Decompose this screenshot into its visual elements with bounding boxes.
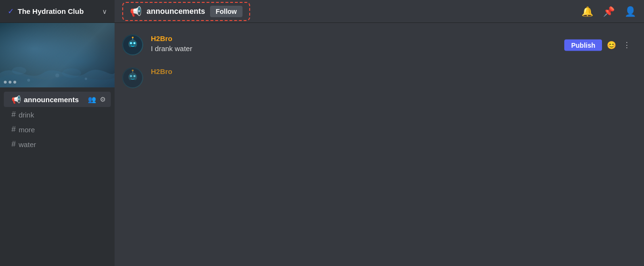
message-text-1: I drank water [151,43,636,53]
emoji-reaction-icon[interactable]: 😊 [605,39,618,52]
message-content-2: H2Bro [151,67,636,76]
text-channel-icon-water: # [11,140,16,149]
channel-item-drink[interactable]: # drink [4,107,111,122]
message-group-2: H2Bro [122,64,636,92]
svg-point-4 [62,68,81,78]
svg-point-0 [27,79,30,82]
avatar-img-2 [122,67,143,88]
members-icon[interactable]: 👤 [624,6,636,17]
channel-header-name: announcements [147,7,205,16]
server-check-icon: ✓ [8,7,14,16]
svg-point-18 [130,75,132,77]
channel-actions-announcements: 👥 ⚙ [87,95,107,104]
topbar: 📢 announcements Follow 🔔 📌 👤 [115,0,644,23]
announcement-channel-icon: 📢 [11,95,21,104]
main-content: 📢 announcements Follow 🔔 📌 👤 [115,0,644,266]
svg-point-3 [12,67,26,74]
svg-point-9 [130,43,132,44]
publish-button-1[interactable]: Publish [564,39,602,51]
channel-item-announcements[interactable]: 📢 announcements 👥 ⚙ [4,92,111,107]
message-group-1: H2Bro I drank water Publish 😊 ⋮ [122,31,636,59]
channel-name-drink: drink [19,111,107,119]
svg-point-1 [55,74,59,77]
sidebar: ✓ The Hydration Club ∨ 📢 announcements [0,0,115,266]
channel-header-megaphone-icon: 📢 [130,6,142,17]
channel-item-more[interactable]: # more [4,122,111,137]
svg-point-19 [134,75,135,77]
avatar-img-1 [122,34,143,55]
server-name: The Hydration Club [18,7,102,15]
svg-point-21 [132,70,134,72]
svg-point-2 [85,78,87,80]
message-content-1: H2Bro I drank water [151,34,636,53]
pin-icon[interactable]: 📌 [603,6,615,17]
messages-area: H2Bro I drank water Publish 😊 ⋮ [115,23,644,266]
topbar-icons: 🔔 📌 👤 [581,6,636,17]
svg-point-22 [127,80,138,87]
channel-item-water[interactable]: # water [4,137,111,151]
message-author-1: H2Bro [151,34,636,43]
message-author-2: H2Bro [151,67,636,75]
avatar-1 [122,34,143,55]
add-member-icon[interactable]: 👥 [87,95,97,104]
text-channel-icon-more: # [11,125,16,134]
settings-icon[interactable]: ⚙ [99,95,107,104]
banner-dots [4,81,16,84]
message-actions-1: Publish 😊 ⋮ [564,39,633,52]
svg-point-13 [127,47,138,54]
more-options-icon[interactable]: ⋮ [621,39,633,52]
server-banner [0,23,115,87]
message-divider [122,61,636,62]
svg-point-10 [134,43,135,44]
svg-point-12 [132,37,134,39]
server-header[interactable]: ✓ The Hydration Club ∨ [0,0,115,23]
channel-name-announcements: announcements [24,96,87,104]
channel-name-more: more [19,126,107,134]
notification-icon[interactable]: 🔔 [581,6,593,17]
channel-name-water: water [19,140,107,149]
channel-header-highlight: 📢 announcements Follow [122,2,250,21]
channel-list: 📢 announcements 👥 ⚙ # drink # more # wat… [0,87,115,266]
text-channel-icon-drink: # [11,110,16,119]
server-chevron-icon: ∨ [102,8,107,15]
avatar-2 [122,67,143,88]
follow-button[interactable]: Follow [210,6,243,17]
